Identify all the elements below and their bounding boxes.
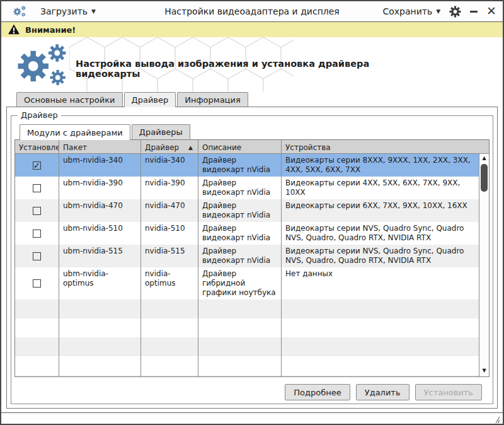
- table-row[interactable]: ubm-nvidia-390 nvidia-390 Драйвер видеок…: [15, 177, 479, 199]
- table-row[interactable]: [15, 375, 479, 376]
- warning-text: Внимание!: [25, 25, 76, 35]
- table-row[interactable]: ubm-nvidia-515 nvidia-515 Драйвер видеок…: [15, 245, 479, 267]
- inner-tab-bar: Модули с драйверами Драйверы: [14, 124, 490, 139]
- devices-cell: Видеокарты серии 4XX, 5XX, 6XX, 7XX, 9XX…: [282, 177, 479, 199]
- devices-cell: Видеокарты серии 6XX, 7XX, 9XX, 10XX, 16…: [282, 199, 479, 222]
- column-header-package[interactable]: Пакет: [59, 140, 141, 153]
- driver-cell: nvidia-optimus: [141, 267, 198, 300]
- installed-checkbox[interactable]: [33, 184, 41, 192]
- package-cell: ubm-nvidia-390: [59, 177, 141, 199]
- devices-cell: Видеокарты серии NVS, Quadro Sync, Quadr…: [282, 245, 479, 267]
- table-header-row: Установлен Пакет Драйвер ▲ Описание Устр…: [15, 140, 489, 154]
- devices-cell: [282, 375, 479, 376]
- devices-cell: Видеокарты серии 8XXX, 9XXX, 1XX, 2XX, 3…: [282, 154, 479, 177]
- installed-checkbox[interactable]: [33, 207, 41, 215]
- table-row[interactable]: ubm-nvidia-510 nvidia-510 Драйвер видеок…: [15, 222, 479, 245]
- tab-information[interactable]: Информация: [177, 92, 248, 107]
- driver-cell: [141, 337, 198, 356]
- package-cell: ubm-nvidia-470: [59, 199, 141, 222]
- driver-cell: [141, 318, 198, 337]
- tab-driver[interactable]: Драйвер: [124, 92, 176, 107]
- installed-checkbox[interactable]: [33, 230, 41, 238]
- close-button[interactable]: ✕: [486, 7, 496, 16]
- tab-main-settings[interactable]: Основные настройки: [16, 92, 123, 107]
- description-cell: [198, 318, 282, 337]
- driver-cell: [141, 300, 198, 318]
- driver-cell: nvidia-390: [141, 177, 198, 199]
- load-menu-label: Загрузить: [40, 6, 88, 16]
- details-button[interactable]: Подробнее: [285, 384, 350, 400]
- description-cell: Драйвер видеокарт nVidia: [198, 154, 282, 177]
- driver-modules-table: Установлен Пакет Драйвер ▲ Описание Устр…: [14, 139, 490, 377]
- devices-cell: [282, 337, 479, 356]
- description-cell: Драйвер гибридной графики ноутбука: [198, 267, 282, 300]
- package-cell: ubm-nvidia-optimus: [59, 267, 141, 300]
- save-menu-button[interactable]: Сохранить ▼: [382, 6, 440, 16]
- installed-checkbox[interactable]: [33, 252, 41, 260]
- action-button-row: Подробнее Удалить Установить: [14, 384, 490, 400]
- driver-cell: nvidia-470: [141, 199, 198, 222]
- chevron-down-icon: ▼: [91, 8, 96, 15]
- minimize-button[interactable]: [470, 11, 478, 13]
- column-header-driver[interactable]: Драйвер ▲: [141, 140, 198, 153]
- scrollbar-thumb[interactable]: [481, 164, 488, 192]
- devices-cell: [282, 356, 479, 375]
- page-title: Настройка вывода изображения и установка…: [76, 59, 428, 79]
- resize-grip[interactable]: [492, 416, 500, 424]
- package-cell: [59, 318, 141, 337]
- sort-asc-arrow-icon: ▲: [188, 144, 195, 151]
- description-cell: Драйвер видеокарт nVidia: [198, 222, 282, 245]
- table-row[interactable]: [15, 318, 479, 337]
- package-cell: [59, 337, 141, 356]
- devices-cell: Нет данных: [282, 267, 479, 300]
- scroll-up-arrow-icon[interactable]: ▲: [479, 155, 489, 163]
- column-header-devices[interactable]: Устройства: [282, 140, 489, 153]
- driver-cell: [141, 356, 198, 375]
- driver-cell: nvidia-515: [141, 245, 198, 267]
- load-menu-button[interactable]: Загрузить ▼: [40, 6, 96, 16]
- devices-cell: [282, 318, 479, 337]
- installed-checkbox[interactable]: [33, 279, 41, 288]
- driver-cell: [141, 375, 198, 376]
- table-row[interactable]: ubm-nvidia-optimus nvidia-optimus Драйве…: [15, 267, 479, 300]
- table-row[interactable]: [15, 356, 479, 375]
- column-header-installed[interactable]: Установлен: [15, 140, 59, 153]
- close-icon: ✕: [486, 7, 496, 16]
- vertical-scrollbar[interactable]: ▲ ▼: [479, 154, 489, 376]
- package-cell: [59, 356, 141, 375]
- description-cell: [198, 375, 282, 376]
- installed-checkbox[interactable]: ✓: [33, 161, 41, 170]
- minimize-icon: [470, 11, 478, 13]
- description-cell: Драйвер видеокарт nVidia: [198, 199, 282, 222]
- description-cell: [198, 356, 282, 375]
- app-window: Загрузить ▼ Настройки видеоадаптера и ди…: [0, 0, 504, 425]
- driver-tab-panel: Драйвер Модули с драйверами Драйверы Уст…: [6, 107, 498, 409]
- table-body: ✓ ubm-nvidia-340 nvidia-340 Драйвер виде…: [15, 154, 479, 376]
- delete-button[interactable]: Удалить: [356, 384, 410, 400]
- package-cell: ubm-nvidia-515: [59, 245, 141, 267]
- table-row[interactable]: [15, 337, 479, 356]
- driver-cell: nvidia-340: [141, 154, 198, 177]
- package-cell: ubm-nvidia-510: [59, 222, 141, 245]
- table-row[interactable]: [15, 300, 479, 318]
- gears-logo-icon: [11, 41, 72, 89]
- status-bar: [1, 412, 503, 425]
- column-header-description[interactable]: Описание: [198, 140, 282, 153]
- package-cell: [59, 300, 141, 318]
- page-header: Настройка вывода изображения и установка…: [1, 37, 503, 91]
- description-cell: Драйвер видеокарт nVidia: [198, 177, 282, 199]
- tab-drivers[interactable]: Драйверы: [132, 124, 190, 139]
- table-row[interactable]: ubm-nvidia-470 nvidia-470 Драйвер видеок…: [15, 199, 479, 222]
- driver-cell: nvidia-510: [141, 222, 198, 245]
- scroll-down-arrow-icon[interactable]: ▼: [479, 368, 489, 375]
- package-cell: [59, 375, 141, 376]
- warning-banner: Внимание!: [1, 22, 503, 37]
- package-cell: ubm-nvidia-340: [59, 154, 141, 177]
- settings-gear-button[interactable]: [449, 6, 461, 18]
- app-gears-icon: [11, 4, 28, 18]
- install-button[interactable]: Установить: [415, 384, 482, 400]
- tab-driver-modules[interactable]: Модули с драйверами: [20, 124, 130, 140]
- gear-icon: [449, 6, 461, 18]
- table-row[interactable]: ✓ ubm-nvidia-340 nvidia-340 Драйвер виде…: [15, 154, 479, 177]
- chevron-down-icon: ▼: [436, 8, 440, 15]
